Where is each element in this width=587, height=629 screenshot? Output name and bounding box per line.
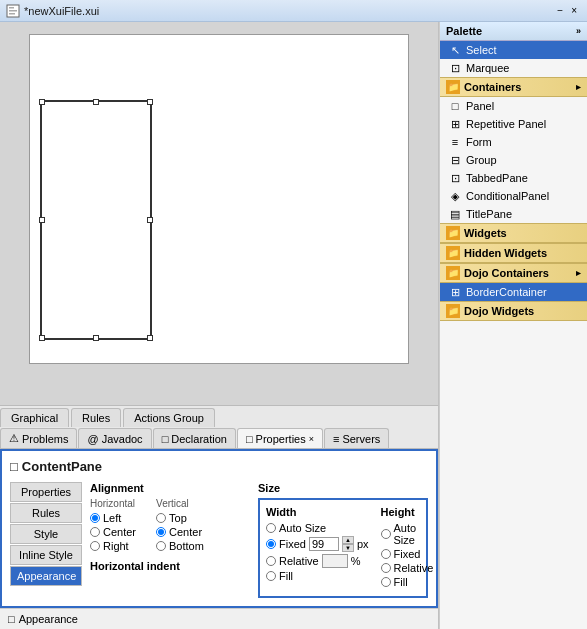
align-right-label: Right xyxy=(103,540,129,552)
vertical-label: Vertical xyxy=(156,498,204,509)
align-vcenter-row: Center xyxy=(156,526,204,538)
tab-properties-close[interactable]: × xyxy=(309,434,314,444)
nav-style[interactable]: Style xyxy=(10,524,82,544)
canvas-wrapper xyxy=(0,22,438,405)
width-autosize-row: Auto Size xyxy=(266,522,369,534)
nav-appearance[interactable]: Appearance xyxy=(10,566,82,586)
widgets-label: Widgets xyxy=(464,227,507,239)
servers-icon: ≡ xyxy=(333,433,339,445)
width-fixed-input[interactable]: 99 xyxy=(309,537,339,551)
palette-item-group[interactable]: ⊟ Group xyxy=(440,151,587,169)
handle-mr[interactable] xyxy=(147,217,153,223)
palette-item-title-pane[interactable]: ▤ TitlePane xyxy=(440,205,587,223)
close-button[interactable]: × xyxy=(567,4,581,17)
design-canvas[interactable] xyxy=(29,34,409,364)
handle-br[interactable] xyxy=(147,335,153,341)
javadoc-icon: @ xyxy=(87,433,98,445)
align-vcenter-label: Center xyxy=(169,526,202,538)
height-relative-radio[interactable] xyxy=(381,563,391,573)
section-containers[interactable]: 📁 Containers ▸ xyxy=(440,77,587,97)
size-height: Height Auto Size Fixed xyxy=(381,506,434,590)
width-fill-radio[interactable] xyxy=(266,571,276,581)
tab-declaration[interactable]: □ Declaration xyxy=(153,428,236,448)
handle-bm[interactable] xyxy=(93,335,99,341)
align-vcenter-radio[interactable] xyxy=(156,527,166,537)
appearance-tab[interactable]: □ Appearance xyxy=(0,608,438,629)
tab-servers[interactable]: ≡ Servers xyxy=(324,428,389,448)
section-dojo-containers[interactable]: 📁 Dojo Containers ▸ xyxy=(440,263,587,283)
tab-graphical[interactable]: Graphical xyxy=(0,408,69,427)
tab-properties[interactable]: □ Properties × xyxy=(237,428,323,448)
alignment-columns: Horizontal Left Center Rig xyxy=(90,498,250,554)
tab-actions-group[interactable]: Actions Group xyxy=(123,408,215,427)
width-pct-label: % xyxy=(351,555,361,567)
width-spinner-up[interactable]: ▲ xyxy=(342,536,354,544)
nav-rules[interactable]: Rules xyxy=(10,503,82,523)
palette-item-form[interactable]: ≡ Form xyxy=(440,133,587,151)
widgets-folder-icon: 📁 xyxy=(446,226,460,240)
width-fill-label: Fill xyxy=(279,570,293,582)
section-hidden-widgets[interactable]: 📁 Hidden Widgets xyxy=(440,243,587,263)
align-top-radio[interactable] xyxy=(156,513,166,523)
minimize-button[interactable]: − xyxy=(553,4,567,17)
size-label: Size xyxy=(258,482,428,494)
properties-icon: □ xyxy=(246,433,253,445)
containers-expand-icon[interactable]: ▸ xyxy=(576,82,581,92)
handle-bl[interactable] xyxy=(39,335,45,341)
height-autosize-radio[interactable] xyxy=(381,529,391,539)
palette-item-conditional-panel[interactable]: ◈ ConditionalPanel xyxy=(440,187,587,205)
section-widgets[interactable]: 📁 Widgets xyxy=(440,223,587,243)
width-autosize-radio[interactable] xyxy=(266,523,276,533)
align-right-radio[interactable] xyxy=(90,541,100,551)
select-label: Select xyxy=(466,44,497,56)
handle-ml[interactable] xyxy=(39,217,45,223)
properties-content: □ ContentPane Properties Rules Style Inl… xyxy=(0,449,438,608)
handle-tl[interactable] xyxy=(39,99,45,105)
width-relative-input[interactable] xyxy=(322,554,348,568)
nav-inline-style[interactable]: Inline Style xyxy=(10,545,82,565)
tab-javadoc[interactable]: @ Javadoc xyxy=(78,428,151,448)
handle-tr[interactable] xyxy=(147,99,153,105)
height-relative-label: Relative xyxy=(394,562,434,574)
height-fixed-radio[interactable] xyxy=(381,549,391,559)
palette-item-panel[interactable]: □ Panel xyxy=(440,97,587,115)
height-fill-radio[interactable] xyxy=(381,577,391,587)
form-icon: ≡ xyxy=(448,135,462,149)
align-right-row: Right xyxy=(90,540,136,552)
height-fixed-label: Fixed xyxy=(394,548,421,560)
width-spinner: ▲ ▼ xyxy=(342,536,354,552)
align-bottom-radio[interactable] xyxy=(156,541,166,551)
dojo-containers-expand-icon[interactable]: ▸ xyxy=(576,268,581,278)
width-spinner-down[interactable]: ▼ xyxy=(342,544,354,552)
align-left-radio[interactable] xyxy=(90,513,100,523)
eclipse-tabs: ⚠ Problems @ Javadoc □ Declaration □ Pro… xyxy=(0,427,438,449)
palette-item-border-container[interactable]: ⊞ BorderContainer xyxy=(440,283,587,301)
alignment-label: Alignment xyxy=(90,482,250,494)
tab-problems[interactable]: ⚠ Problems xyxy=(0,428,77,448)
align-center-row: Center xyxy=(90,526,136,538)
palette-item-repetitive-panel[interactable]: ⊞ Repetitive Panel xyxy=(440,115,587,133)
canvas-area: Graphical Rules Actions Group ⚠ Problems… xyxy=(0,22,439,629)
props-nav: Properties Rules Style Inline Style Appe… xyxy=(10,482,82,598)
height-fixed-row: Fixed xyxy=(381,548,434,560)
height-relative-row: Relative xyxy=(381,562,434,574)
containers-folder-icon: 📁 xyxy=(446,80,460,94)
width-fill-row: Fill xyxy=(266,570,369,582)
section-dojo-widgets[interactable]: 📁 Dojo Widgets xyxy=(440,301,587,321)
title-bar: *newXuiFile.xui − × xyxy=(0,0,587,22)
palette-item-select[interactable]: ↖ Select xyxy=(440,41,587,59)
handle-tm[interactable] xyxy=(93,99,99,105)
selection-box xyxy=(40,100,152,340)
align-center-radio[interactable] xyxy=(90,527,100,537)
nav-properties[interactable]: Properties xyxy=(10,482,82,502)
align-left-label: Left xyxy=(103,512,121,524)
tab-rules[interactable]: Rules xyxy=(71,408,121,427)
height-autosize-label: Auto Size xyxy=(394,522,434,546)
palette-item-marquee[interactable]: ⊡ Marquee xyxy=(440,59,587,77)
width-fixed-radio[interactable] xyxy=(266,539,276,549)
palette-expand-icon[interactable]: » xyxy=(576,26,581,36)
vertical-align: Vertical Top Center Bottom xyxy=(156,498,204,554)
palette-item-tabbed-pane[interactable]: ⊡ TabbedPane xyxy=(440,169,587,187)
width-relative-radio[interactable] xyxy=(266,556,276,566)
alignment-section: Alignment Horizontal Left Center xyxy=(90,482,250,598)
